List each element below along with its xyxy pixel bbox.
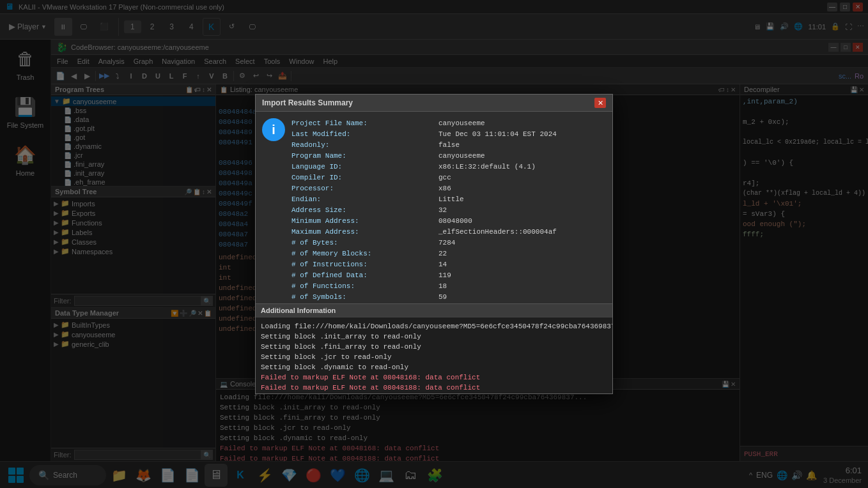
modal-table: Project File Name:canyouseemeLast Modifi…	[291, 118, 612, 297]
modal-console-line-5: Setting block .dynamic to read-only	[261, 362, 607, 372]
modal-field-val: x86	[438, 183, 451, 194]
modal-content: i Project File Name:canyouseemeLast Modi…	[256, 112, 612, 393]
modal-field-key: # of Defined Data:	[291, 270, 438, 281]
modal-field-row: Program Name:canyouseeme	[291, 151, 612, 162]
modal-title: Import Results Summary	[262, 98, 353, 107]
modal-field-key: Last Modified:	[291, 129, 438, 140]
modal-console-line-6: Failed to markup ELF Note at 08048168: d…	[261, 372, 607, 383]
modal-field-val: 22	[438, 248, 447, 259]
modal-field-row: Last Modified:Tue Dec 03 11:01:04 EST 20…	[291, 129, 612, 140]
modal-field-val: Tue Dec 03 11:01:04 EST 2024	[438, 129, 557, 140]
modal-field-key: Project File Name:	[291, 118, 438, 129]
modal-field-row: Endian:Little	[291, 194, 612, 205]
modal-main: i Project File Name:canyouseemeLast Modi…	[256, 112, 612, 303]
modal-field-key: # of Functions:	[291, 281, 438, 292]
modal-field-val: x86:LE:32:default (4.1)	[438, 162, 536, 172]
modal-overlay: Import Results Summary ✕ i Project File …	[0, 0, 868, 488]
modal-field-val: 08048000	[438, 216, 472, 227]
modal-field-row: Project File Name:canyouseeme	[291, 118, 612, 129]
modal-field-row: Minimum Address:08048000	[291, 216, 612, 227]
modal-field-key: Readonly:	[291, 140, 438, 151]
modal-additional-console[interactable]: Loading file:///home/kali/Downloads/cany…	[256, 317, 612, 393]
modal-field-row: # of Defined Data:119	[291, 270, 612, 281]
modal-dialog: Import Results Summary ✕ i Project File …	[255, 94, 613, 394]
modal-field-val: 119	[438, 270, 451, 281]
modal-field-val: 32	[438, 205, 447, 216]
modal-field-row: Address Size:32	[291, 205, 612, 216]
modal-field-val: 7284	[438, 238, 455, 248]
modal-field-val: gcc	[438, 172, 451, 183]
modal-field-key: Address Size:	[291, 205, 438, 216]
modal-field-key: Processor:	[291, 183, 438, 194]
modal-field-val: _elfSectionHeaders::000004af	[438, 227, 557, 238]
info-circle: i	[262, 118, 285, 141]
modal-field-row: # of Memory Blocks:22	[291, 248, 612, 259]
modal-field-row: # of Symbols:59	[291, 292, 612, 303]
modal-field-row: Maximum Address:_elfSectionHeaders::0000…	[291, 227, 612, 238]
modal-field-val: false	[438, 140, 460, 151]
modal-field-key: Maximum Address:	[291, 227, 438, 238]
modal-field-val: canyouseeme	[438, 118, 485, 129]
modal-field-row: Readonly:false	[291, 140, 612, 151]
modal-field-key: # of Memory Blocks:	[291, 248, 438, 259]
modal-console-line-3: Setting block .fini_array to read-only	[261, 342, 607, 352]
modal-field-row: # of Instructions:14	[291, 259, 612, 270]
modal-info-icon: i	[262, 118, 285, 297]
modal-field-val: 18	[438, 281, 447, 292]
modal-field-key: # of Symbols:	[291, 292, 438, 303]
modal-field-row: # of Bytes:7284	[291, 238, 612, 248]
modal-field-val: 59	[438, 292, 447, 303]
modal-field-row: # of Functions:18	[291, 281, 612, 292]
modal-console-line-7: Failed to markup ELF Note at 08048188: d…	[261, 383, 607, 393]
modal-console-line-4: Setting block .jcr to read-only	[261, 352, 607, 362]
modal-additional-section: Additional Information	[256, 303, 612, 317]
modal-field-key: Endian:	[291, 194, 438, 205]
modal-field-row: Language ID:x86:LE:32:default (4.1)	[291, 162, 612, 172]
modal-field-key: Language ID:	[291, 162, 438, 172]
modal-header: Import Results Summary ✕	[256, 95, 612, 112]
modal-console-line-2: Setting block .init_array to read-only	[261, 332, 607, 342]
modal-field-key: Compiler ID:	[291, 172, 438, 183]
modal-field-key: Program Name:	[291, 151, 438, 162]
modal-close-btn[interactable]: ✕	[594, 98, 606, 108]
modal-field-val: canyouseeme	[438, 151, 485, 162]
modal-field-key: Minimum Address:	[291, 216, 438, 227]
modal-field-val: Little	[438, 194, 464, 205]
modal-console-line-8: ----------------------------------------…	[261, 393, 607, 393]
modal-field-val: 14	[438, 259, 447, 270]
modal-field-key: # of Instructions:	[291, 259, 438, 270]
modal-console-line-1: Loading file:///home/kali/Downloads/cany…	[261, 321, 607, 332]
modal-field-key: # of Bytes:	[291, 238, 438, 248]
modal-field-row: Compiler ID:gcc	[291, 172, 612, 183]
additional-info-title: Additional Information	[261, 307, 336, 314]
modal-field-row: Processor:x86	[291, 183, 612, 194]
